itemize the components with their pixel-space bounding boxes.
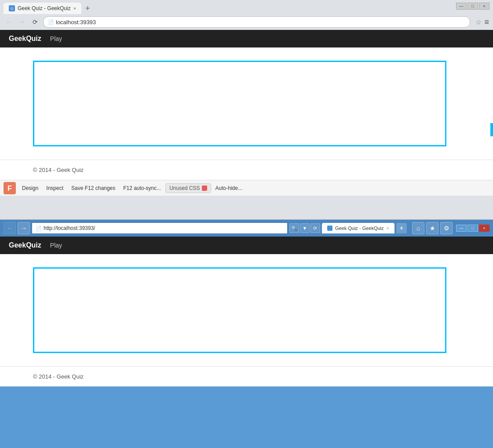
ie-app-brand: GeekQuiz — [9, 241, 41, 249]
ie-app-footer: © 2014 - Geek Quiz — [0, 366, 493, 386]
chrome-browser-window: — □ × G Geek Quiz - GeekQuiz × + ← → ⟳ 📄… — [0, 0, 493, 220]
ie-toolbar-right: ⌂ ★ ⚙ — [412, 222, 453, 234]
ie-new-tab-button[interactable]: + — [396, 223, 407, 233]
ie-app-main-content — [0, 254, 493, 366]
ie-play-nav-link[interactable]: Play — [50, 242, 62, 249]
devtools-save-button[interactable]: Save F12 changes — [68, 183, 119, 193]
ie-settings-button[interactable]: ⚙ — [440, 222, 453, 234]
tab-close-button[interactable]: × — [73, 6, 76, 11]
ie-search-button[interactable]: 🔍 — [289, 223, 299, 233]
chrome-address-bar: ← → ⟳ 📄 localhost:39393 ☆ ≡ — [0, 14, 493, 30]
ie-window-controls: — □ × — [456, 225, 489, 232]
footer-text: © 2014 - Geek Quiz — [33, 167, 84, 173]
ie-maximize-button[interactable]: □ — [467, 225, 478, 232]
devtools-autosync-button[interactable]: F12 auto-sync... — [120, 183, 164, 193]
chrome-window-controls: — □ × — [456, 3, 489, 10]
app-main-content — [0, 47, 493, 160]
ie-refresh-button[interactable]: ⟳ — [310, 223, 320, 233]
ie-url-text: http://localhost:39393/ — [44, 225, 95, 231]
ie-app-content-area: GeekQuiz Play © 2014 - Geek Quiz — [0, 237, 493, 386]
url-input[interactable]: 📄 localhost:39393 — [43, 16, 470, 28]
app-navbar: GeekQuiz Play — [0, 30, 493, 47]
reload-button[interactable]: ⟳ — [30, 17, 40, 27]
chrome-active-tab[interactable]: G Geek Quiz - GeekQuiz × — [4, 3, 81, 14]
back-button[interactable]: ← — [4, 17, 14, 27]
ie-forward-button[interactable]: → — [18, 222, 30, 234]
content-box — [33, 61, 446, 146]
svg-text:F: F — [7, 185, 12, 192]
chrome-menu-button[interactable]: ≡ — [484, 18, 489, 27]
unused-css-indicator — [202, 186, 207, 191]
ie-minimize-button[interactable]: — — [456, 225, 467, 232]
devtools-logo-icon: F — [4, 182, 16, 194]
forward-button[interactable]: → — [17, 17, 27, 27]
devtools-unused-css-toggle[interactable]: Unused CSS — [165, 183, 211, 193]
play-nav-link[interactable]: Play — [50, 35, 62, 42]
ie-app-navbar: GeekQuiz Play — [0, 237, 493, 254]
ie-dropdown-button[interactable]: ▼ — [300, 223, 310, 233]
ie-url-actions: 🔍 ▼ ⟳ — [289, 223, 320, 233]
minimize-button[interactable]: — — [456, 3, 467, 10]
ie-active-tab[interactable]: Geek Quiz - GeekQuiz × — [322, 223, 394, 233]
new-tab-button[interactable]: + — [81, 3, 94, 14]
ie-close-button[interactable]: × — [479, 225, 489, 232]
ie-home-button[interactable]: ⌂ — [412, 222, 424, 234]
close-button[interactable]: × — [479, 3, 489, 10]
ie-favorites-button[interactable]: ★ — [426, 222, 438, 234]
ie-tab-favicon — [327, 226, 332, 231]
devtools-autohide-button[interactable]: Auto-hide... — [212, 183, 246, 193]
app-footer: © 2014 - Geek Quiz — [0, 160, 493, 180]
app-brand: GeekQuiz — [9, 35, 41, 43]
ie-footer-text: © 2014 - Geek Quiz — [33, 373, 84, 380]
url-text: localhost:39393 — [56, 19, 96, 25]
scroll-indicator — [490, 123, 493, 136]
unused-css-label: Unused CSS — [169, 185, 200, 191]
ie-browser-window: ← → 📄 http://localhost:39393/ 🔍 ▼ ⟳ Geek… — [0, 220, 493, 448]
ie-tab-title: Geek Quiz - GeekQuiz — [335, 226, 384, 231]
bookmark-button[interactable]: ☆ — [475, 18, 482, 26]
url-icon: 📄 — [48, 19, 54, 25]
tab-title: Geek Quiz - GeekQuiz — [18, 5, 71, 11]
tab-favicon: G — [9, 5, 15, 11]
app-content-area: GeekQuiz Play © 2014 - Geek Quiz — [0, 30, 493, 180]
devtools-inspect-button[interactable]: Inspect — [43, 183, 67, 193]
ie-content-box — [33, 267, 446, 353]
ie-back-button[interactable]: ← — [4, 222, 16, 234]
chrome-tab-bar: G Geek Quiz - GeekQuiz × + — [0, 0, 493, 14]
devtools-toolbar: F Design Inspect Save F12 changes F12 au… — [0, 180, 493, 196]
ie-tab-close-button[interactable]: × — [387, 226, 389, 231]
ie-nav-area: ← → 📄 http://localhost:39393/ 🔍 ▼ ⟳ Geek… — [0, 220, 493, 237]
ie-url-icon: 📄 — [36, 226, 42, 231]
ie-url-input[interactable]: 📄 http://localhost:39393/ — [32, 222, 288, 234]
maximize-button[interactable]: □ — [467, 3, 478, 10]
devtools-design-button[interactable]: Design — [18, 183, 42, 193]
